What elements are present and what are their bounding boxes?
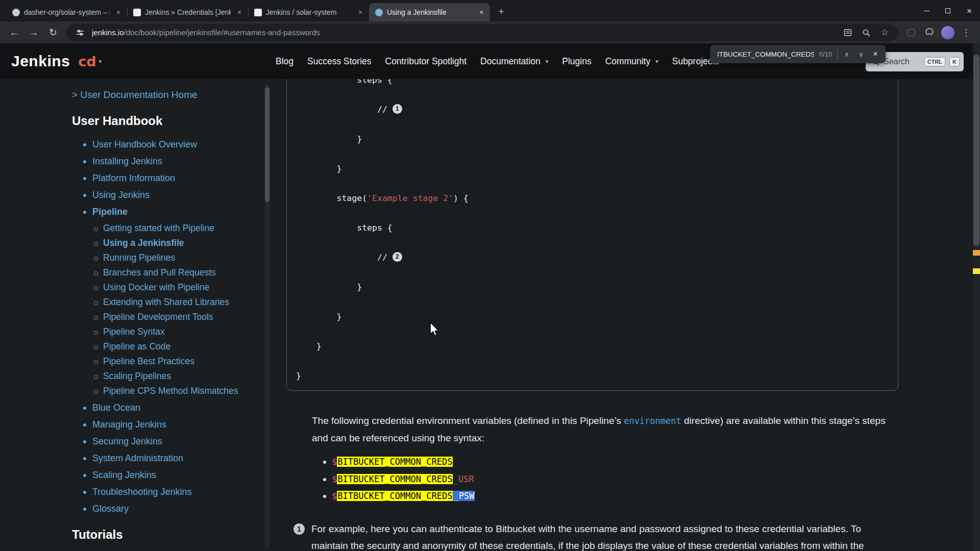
maximize-button[interactable] [937, 0, 959, 21]
sidebar-item-using-a-jenkinsfile[interactable]: Using a Jenkinsfile [72, 236, 271, 251]
tab-close-icon[interactable]: × [235, 8, 244, 17]
sidebar-item-branches-prs[interactable]: Branches and Pull Requests [72, 265, 271, 280]
tab-favicon [375, 9, 383, 16]
window-close-button[interactable]: × [959, 0, 980, 21]
sidebar-item-using-jenkins[interactable]: Using Jenkins [72, 187, 271, 204]
sidebar-item-pipeline-as-code[interactable]: Pipeline as Code [72, 339, 271, 354]
find-highlight: BITBUCKET_COMMON_CREDS [337, 457, 453, 467]
reader-mode-icon[interactable] [841, 29, 854, 37]
sidebar-item-pipeline-syntax[interactable]: Pipeline Syntax [72, 324, 271, 339]
sidebar-item-shared-libraries[interactable]: Extending with Shared Libraries [72, 295, 271, 310]
cd-logo[interactable]: cd [78, 54, 96, 69]
tab-solar-system-repo[interactable]: dasher-org/solar-system – solar × [6, 3, 127, 21]
k-key-badge: K [949, 57, 960, 66]
sidebar-item-scaling-jenkins[interactable]: Scaling Jenkins [72, 467, 271, 484]
find-input[interactable]: ITBUCKET_COMMON_CREDS [717, 51, 814, 58]
nav-contributor-spotlight[interactable]: Contributor Spotlight [385, 56, 467, 67]
nav-blog[interactable]: Blog [276, 56, 293, 67]
sidebar-item-running-pipelines[interactable]: Running Pipelines [72, 251, 271, 265]
sidebar-item-best-practices[interactable]: Pipeline Best Practices [72, 354, 271, 369]
find-highlight: BITBUCKET_COMMON_CREDS [337, 491, 453, 501]
callout-2-marker: 2 [393, 252, 402, 262]
find-previous-icon[interactable]: ∧ [840, 47, 854, 61]
credential-variables-list: $BITBUCKET_COMMON_CREDS $BITBUCKET_COMMO… [323, 454, 973, 505]
sidebar-item-system-admin[interactable]: System Administration [72, 450, 271, 467]
doc-main: steps { // 1 } } stage('Example stage 2'… [271, 79, 973, 551]
tab-strip: dasher-org/solar-system – solar × Jenkin… [0, 0, 980, 21]
callout-1-marker: 1 [393, 104, 402, 114]
back-button[interactable]: ← [5, 24, 23, 41]
chevron-down-icon: ▾ [99, 58, 102, 65]
doc-sidebar: > User Documentation Home User Handbook … [0, 79, 271, 551]
tab-close-icon[interactable]: × [114, 8, 123, 17]
bookmark-star-icon[interactable]: ☆ [878, 27, 891, 38]
sidebar-item-doc-home[interactable]: > User Documentation Home [72, 89, 271, 101]
address-bar[interactable]: jenkins.io/doc/book/pipeline/jenkinsfile… [66, 24, 898, 41]
tab-jenkins-solar-system[interactable]: Jenkins / solar-system × [248, 3, 369, 21]
tab-close-icon[interactable]: × [356, 8, 365, 17]
tab-favicon [12, 9, 20, 16]
credential-var-psw: $BITBUCKET_COMMON_CREDS_PSW [323, 488, 973, 505]
tab-favicon [133, 9, 141, 16]
tab-title: Using a Jenkinsfile [387, 8, 473, 16]
tab-jenkins-credentials[interactable]: Jenkins » Credentials [Jenkins] × [127, 3, 248, 21]
sidebar-item-glossary[interactable]: Glossary [72, 500, 271, 517]
nav-success-stories[interactable]: Success Stories [307, 56, 371, 67]
sidebar-item-troubleshooting[interactable]: Troubleshooting Jenkins [72, 484, 271, 500]
credential-var-usr: $BITBUCKET_COMMON_CREDS_USR [323, 471, 973, 488]
tab-close-icon[interactable]: × [477, 8, 486, 17]
intro-paragraph: The following credential environment var… [312, 412, 899, 446]
mouse-cursor [429, 322, 441, 337]
page-content: > User Documentation Home User Handbook … [0, 79, 973, 551]
find-match-marker [973, 250, 980, 256]
menu-kebab-icon[interactable]: ⋮ [958, 24, 975, 41]
sidebar-item-cps-mismatches[interactable]: Pipeline CPS Method Mismatches [72, 384, 271, 398]
jenkins-logo[interactable]: Jenkins [11, 53, 70, 70]
site-info-icon[interactable] [74, 29, 87, 37]
tab-using-a-jenkinsfile[interactable]: Using a Jenkinsfile × [369, 3, 490, 21]
lens-icon[interactable] [860, 29, 873, 37]
callout-1-number: 1 [293, 523, 305, 535]
new-tab-button[interactable]: + [494, 5, 508, 19]
sidebar-item-dev-tools[interactable]: Pipeline Development Tools [72, 310, 271, 324]
sidebar-item-overview[interactable]: User Handbook Overview [72, 136, 271, 153]
ctrl-key-badge: CTRL [924, 57, 945, 66]
text-selection: _PSW [453, 491, 475, 501]
forward-button[interactable]: → [24, 24, 43, 41]
sidebar-item-blue-ocean[interactable]: Blue Ocean [72, 399, 271, 416]
sidebar-scrollbar[interactable] [265, 84, 270, 548]
tab-title: Jenkins / solar-system [266, 8, 352, 16]
sidebar-item-scaling-pipelines[interactable]: Scaling Pipelines [72, 369, 271, 384]
nav-documentation[interactable]: Documentation▾ [480, 56, 548, 67]
side-panel-icon[interactable] [902, 24, 920, 41]
extensions-icon[interactable] [921, 24, 938, 41]
url-text[interactable]: jenkins.io/doc/book/pipeline/jenkinsfile… [92, 28, 836, 37]
reload-button[interactable]: ↻ [44, 24, 62, 41]
nav-community[interactable]: Community▾ [605, 56, 658, 67]
find-close-icon[interactable]: × [868, 47, 883, 61]
find-match-count: 0/10 [819, 51, 832, 58]
scrollbar-thumb[interactable] [973, 55, 979, 246]
credential-var-creds: $BITBUCKET_COMMON_CREDS [323, 454, 973, 471]
tab-favicon [254, 9, 262, 16]
page-scrollbar[interactable] [973, 43, 980, 551]
sidebar-heading-tutorials: Tutorials [72, 528, 271, 542]
sidebar-item-docker[interactable]: Using Docker with Pipeline [72, 280, 271, 295]
sidebar-item-pipeline[interactable]: Pipeline [72, 204, 271, 220]
sidebar-item-guided-tour[interactable]: Guided Tour [72, 547, 271, 551]
minimize-button[interactable] [916, 0, 937, 21]
avatar[interactable] [939, 24, 957, 41]
nav-plugins[interactable]: Plugins [562, 56, 591, 67]
browser-window: dasher-org/solar-system – solar × Jenkin… [0, 0, 980, 551]
find-bar: ITBUCKET_COMMON_CREDS 0/10 ∧ ∨ × [710, 45, 886, 63]
environment-link[interactable]: environment [624, 416, 681, 426]
find-next-icon[interactable]: ∨ [854, 47, 868, 61]
chevron-down-icon: ▾ [655, 58, 658, 65]
site-nav: Blog Success Stories Contributor Spotlig… [276, 43, 727, 79]
sidebar-heading-user-handbook: User Handbook [72, 114, 271, 128]
sidebar-item-getting-started[interactable]: Getting started with Pipeline [72, 221, 271, 236]
sidebar-item-managing[interactable]: Managing Jenkins [72, 416, 271, 433]
sidebar-item-securing[interactable]: Securing Jenkins [72, 433, 271, 450]
sidebar-item-installing[interactable]: Installing Jenkins [72, 153, 271, 170]
sidebar-item-platform[interactable]: Platform Information [72, 170, 271, 187]
